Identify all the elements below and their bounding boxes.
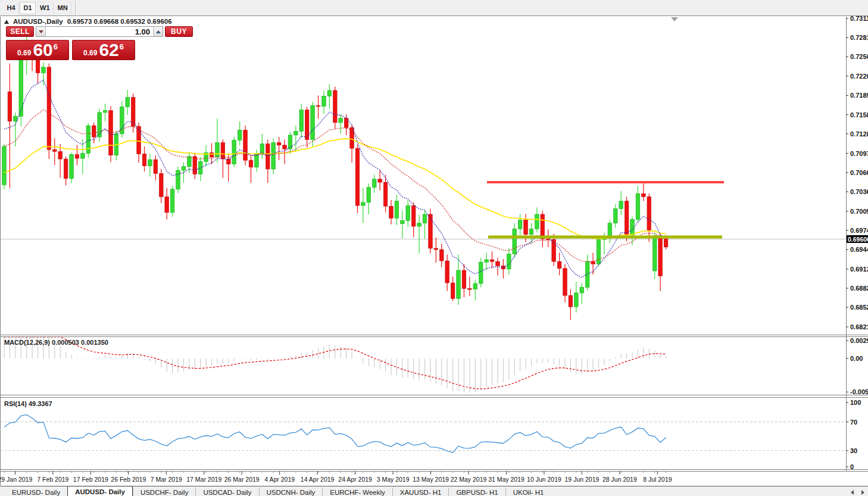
candle-body bbox=[383, 182, 388, 206]
chart-canvas[interactable]: 0.731150.728100.725050.722000.718900.715… bbox=[0, 0, 868, 496]
candle-body bbox=[625, 201, 629, 235]
volume-input[interactable] bbox=[46, 27, 153, 36]
candle-body bbox=[350, 127, 354, 148]
current-price-tag: 0.69606 bbox=[847, 235, 868, 243]
volume-increase-button[interactable] bbox=[153, 27, 163, 36]
candle-body bbox=[473, 283, 477, 289]
chart-tab-ukoil[interactable]: UKOil- H1 bbox=[505, 488, 551, 496]
candle-body bbox=[367, 188, 371, 202]
tab-scroll-right-button[interactable] bbox=[860, 489, 866, 495]
candle-body bbox=[333, 91, 337, 123]
chart-symbol-label: AUDUSD-,Daily bbox=[13, 18, 63, 25]
rsi-axis-label: 100 bbox=[850, 399, 861, 406]
buy-price-prefix: 0.69 bbox=[83, 49, 97, 57]
candle-body bbox=[401, 221, 405, 224]
candle-body bbox=[344, 118, 348, 127]
buy-price-pip: 6 bbox=[120, 42, 124, 51]
chart-tab-usdcnh[interactable]: USDCNH- Daily bbox=[259, 488, 323, 496]
date-axis-label: 19 Jun 2019 bbox=[565, 476, 600, 483]
rsi-axis-label: 0 bbox=[850, 463, 854, 470]
volume-stepper bbox=[36, 26, 163, 37]
candle-body bbox=[664, 239, 668, 247]
candle-body bbox=[434, 248, 438, 249]
price-axis-label: 0.68520 bbox=[850, 304, 868, 311]
chart-title: AUDUSD-,Daily 0.69573 0.69668 0.69532 0.… bbox=[4, 18, 172, 25]
chart-tab-xauusd[interactable]: XAUUSD- H1 bbox=[392, 488, 449, 496]
candle-body bbox=[451, 283, 455, 298]
candle-body bbox=[479, 262, 483, 283]
volume-decrease-button[interactable] bbox=[36, 27, 46, 36]
chart-shift-marker-icon[interactable] bbox=[671, 17, 678, 21]
trading-platform-window: H4D1W1MN 0.731150.728100.725050.722000.7… bbox=[0, 0, 868, 496]
candle-body bbox=[462, 270, 466, 289]
rsi-label: RSI(14) 49.3367 bbox=[4, 400, 52, 407]
candle-body bbox=[563, 269, 567, 295]
candle-body bbox=[535, 214, 539, 229]
candle-body bbox=[159, 173, 163, 196]
one-click-trade-panel: SELL BUY 0.69 60 6 0.69 62 6 bbox=[6, 26, 135, 60]
candle-body bbox=[126, 98, 130, 107]
price-axis-label: 0.70665 bbox=[850, 169, 868, 176]
candle-body bbox=[216, 143, 220, 157]
date-axis-label: 26 Mar 2019 bbox=[224, 476, 260, 483]
chart-tab-eurchf[interactable]: EURCHF- Weekly bbox=[322, 488, 392, 496]
price-axis-label: 0.69440 bbox=[850, 246, 868, 253]
buy-button[interactable]: BUY bbox=[165, 26, 193, 37]
candle-body bbox=[569, 295, 573, 307]
price-axis-label: 0.69745 bbox=[850, 227, 868, 234]
candle-body bbox=[411, 205, 416, 226]
candle-body bbox=[636, 194, 640, 219]
candle-body bbox=[170, 189, 174, 213]
candle-body bbox=[64, 159, 68, 179]
candle-body bbox=[75, 155, 79, 158]
candle-body bbox=[597, 239, 601, 264]
chart-tab-usdcad[interactable]: USDCAD- Daily bbox=[195, 488, 258, 496]
price-axis-label: 0.71585 bbox=[850, 111, 868, 118]
candle-body bbox=[305, 110, 309, 140]
chart-ohlc-values: 0.69573 0.69668 0.69532 0.69606 bbox=[67, 18, 172, 25]
candle-body bbox=[311, 105, 315, 139]
price-axis-label: 0.69130 bbox=[850, 266, 868, 273]
candle-body bbox=[378, 179, 382, 182]
candle-body bbox=[417, 223, 421, 226]
candle-body bbox=[580, 287, 584, 293]
candle-body bbox=[277, 143, 281, 145]
candle-body bbox=[142, 154, 146, 166]
date-axis-label: 10 Jun 2019 bbox=[527, 476, 561, 483]
candle-body bbox=[339, 118, 343, 122]
sell-button[interactable]: SELL bbox=[6, 26, 34, 37]
date-axis-label: 17 Feb 2019 bbox=[73, 476, 108, 483]
candle-body bbox=[439, 249, 444, 261]
candle-body bbox=[518, 220, 522, 229]
chart-tab-usdchf[interactable]: USDCHF- Daily bbox=[133, 488, 196, 496]
rsi-axis-label: 70 bbox=[850, 419, 857, 426]
date-axis-label: 22 May 2019 bbox=[451, 476, 487, 483]
candle-body bbox=[652, 236, 657, 271]
candle-body bbox=[613, 208, 617, 223]
sell-price-button[interactable]: 0.69 60 6 bbox=[6, 40, 69, 60]
candle-body bbox=[361, 202, 366, 205]
candle-body bbox=[165, 196, 169, 212]
price-axis-label: 0.70050 bbox=[850, 208, 868, 215]
candle-body bbox=[429, 214, 433, 248]
candle-body bbox=[154, 160, 158, 173]
price-axis-label: 0.68825 bbox=[850, 285, 868, 292]
rsi-axis-label: 30 bbox=[850, 447, 857, 454]
candle-body bbox=[42, 67, 46, 73]
date-axis-label: 26 Feb 2019 bbox=[111, 476, 146, 483]
candle-body bbox=[120, 107, 124, 133]
date-axis-label: 13 May 2019 bbox=[413, 476, 449, 483]
tab-scroll-left-button[interactable] bbox=[849, 489, 855, 495]
collapse-trade-panel-icon[interactable] bbox=[4, 20, 9, 24]
candle-body bbox=[243, 130, 248, 160]
candle-body bbox=[529, 229, 533, 235]
candle-body bbox=[58, 151, 63, 159]
chart-tab-gbpusd[interactable]: GBPUSD- H1 bbox=[448, 488, 505, 496]
rsi-line bbox=[4, 414, 666, 453]
chart-tab-audusd[interactable]: AUDUSD- Daily bbox=[67, 486, 133, 496]
price-axis-label: 0.68210 bbox=[850, 323, 868, 330]
chart-tab-eurusd[interactable]: EURUSD- Daily bbox=[5, 488, 67, 496]
buy-price-button[interactable]: 0.69 62 6 bbox=[72, 40, 135, 60]
arrow-right-icon bbox=[861, 490, 864, 495]
price-axis-label: 0.72505 bbox=[850, 53, 868, 60]
